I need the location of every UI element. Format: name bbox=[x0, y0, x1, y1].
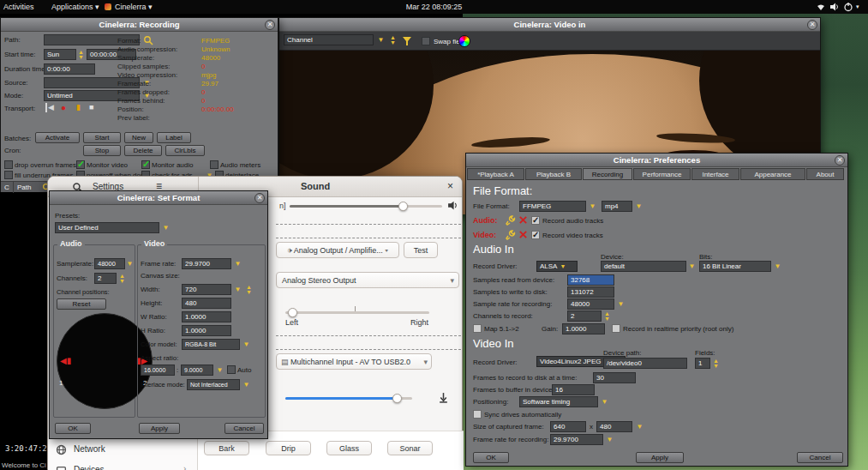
reset-button[interactable]: Reset bbox=[57, 298, 106, 310]
fps-record-input[interactable]: 29.9700 bbox=[550, 434, 603, 445]
transport-record-icon[interactable]: ● bbox=[61, 103, 66, 112]
tab-recording[interactable]: Recording bbox=[583, 168, 632, 180]
path-search-icon[interactable] bbox=[143, 35, 153, 45]
size-width-input[interactable]: 640 bbox=[550, 421, 586, 432]
presets-combo[interactable]: User Defined bbox=[55, 222, 159, 233]
new-button[interactable]: New bbox=[124, 132, 153, 143]
channels-stepper-icon[interactable]: ▲▼ bbox=[118, 274, 126, 284]
sidebar-item-devices[interactable]: Devices › bbox=[48, 461, 198, 470]
apply-button[interactable]: Apply bbox=[636, 452, 684, 463]
height-input[interactable]: 480 bbox=[182, 298, 231, 309]
applications-menu[interactable]: Applications ▾ bbox=[51, 0, 99, 14]
start-button[interactable]: Start bbox=[83, 132, 121, 143]
framerate-input[interactable]: 29.9700 bbox=[182, 258, 231, 269]
monitor-video-checkbox[interactable] bbox=[76, 160, 85, 169]
output-profile-dropdown[interactable]: Analog Stereo Output ▾ bbox=[276, 272, 459, 288]
fields-input[interactable]: 1 bbox=[695, 358, 710, 369]
colormodel-input[interactable]: RGBA-8 Bit bbox=[182, 339, 240, 350]
aspect-down-arrow-icon[interactable]: ▼ bbox=[215, 365, 224, 376]
aspect-h-input[interactable]: 9.0000 bbox=[181, 365, 213, 376]
clrlbls-button[interactable]: ClrLbls bbox=[165, 145, 205, 156]
preferences-close-icon[interactable]: ✕ bbox=[835, 155, 845, 166]
cancel-button[interactable]: Cancel bbox=[224, 423, 264, 434]
samplerate-down-arrow-icon[interactable]: ▼ bbox=[125, 258, 135, 269]
color-wheel-icon[interactable] bbox=[458, 35, 470, 47]
alert-sound-drip-button[interactable]: Drip bbox=[266, 441, 311, 455]
interlace-input[interactable]: Not Interlaced bbox=[187, 379, 240, 390]
tab-appearance[interactable]: Appearance bbox=[740, 168, 805, 180]
column-path[interactable]: Path bbox=[17, 184, 31, 191]
audio-driver-combo[interactable]: ALSA▼ bbox=[536, 261, 578, 272]
audio-wrench-icon[interactable] bbox=[506, 215, 516, 226]
channel-combo[interactable]: Channel bbox=[284, 34, 374, 45]
colormodel-down-arrow-icon[interactable]: ▼ bbox=[242, 339, 251, 350]
width-input[interactable]: 720 bbox=[182, 284, 231, 295]
ok-button[interactable]: OK bbox=[55, 423, 91, 434]
file-format-input[interactable]: FFMPEG bbox=[519, 201, 586, 212]
frames-buffer-input[interactable]: 16 bbox=[552, 384, 595, 395]
monitor-audio-checkbox[interactable] bbox=[141, 160, 150, 169]
channel-1-speaker-icon[interactable]: ◀▮ bbox=[60, 357, 71, 365]
container-input[interactable]: mp4 bbox=[602, 201, 632, 212]
bits-input[interactable]: 16 Bit Linear bbox=[699, 261, 771, 272]
input-device-dropdown[interactable]: ▤ Multichannel Input - AV TO USB2.0 ▾ bbox=[276, 353, 432, 370]
test-speakers-button[interactable]: Test bbox=[404, 242, 438, 258]
samplerate-record-input[interactable]: 48000 bbox=[567, 298, 614, 310]
fields-stepper-icon[interactable]: ▲▼ bbox=[712, 359, 720, 369]
preferences-titlebar[interactable]: Cinelerra: Preferences bbox=[466, 154, 847, 167]
channels-input[interactable]: 2 bbox=[94, 273, 117, 284]
record-audio-checkbox[interactable] bbox=[531, 216, 540, 225]
hratio-input[interactable]: 1.0000 bbox=[182, 325, 231, 336]
framerate-down-arrow-icon[interactable]: ▼ bbox=[233, 258, 242, 269]
device-down-arrow-icon[interactable]: ▼ bbox=[687, 261, 697, 272]
positioning-input[interactable]: Software timing bbox=[519, 396, 598, 407]
ok-button[interactable]: OK bbox=[473, 452, 509, 463]
recording-close-icon[interactable]: ✕ bbox=[265, 20, 275, 30]
activities-button[interactable]: Activities bbox=[3, 0, 34, 14]
video-in-titlebar[interactable]: Cinelerra: Video in bbox=[279, 18, 820, 32]
aspect-w-input[interactable]: 16.0000 bbox=[141, 365, 175, 376]
tab-playback-b[interactable]: Playback B bbox=[525, 168, 582, 180]
video-remove-icon[interactable] bbox=[518, 230, 528, 239]
transport-stop-icon[interactable]: ■ bbox=[89, 103, 93, 112]
network-status-icon[interactable] bbox=[816, 2, 826, 12]
activate-button[interactable]: Activate bbox=[35, 132, 80, 143]
tab-about[interactable]: About bbox=[806, 168, 844, 180]
realtime-checkbox[interactable] bbox=[612, 324, 620, 333]
container-down-arrow-icon[interactable]: ▼ bbox=[634, 201, 644, 212]
volume-status-icon[interactable] bbox=[829, 2, 840, 12]
frames-disk-input[interactable]: 30 bbox=[593, 372, 636, 383]
sidebar-item-network[interactable]: Network bbox=[48, 441, 198, 460]
video-in-close-icon[interactable]: ✕ bbox=[807, 20, 817, 30]
samplerate-input[interactable]: 48000 bbox=[94, 258, 125, 269]
cancel-button[interactable]: Cancel bbox=[797, 452, 843, 463]
output-device-dropdown[interactable]: 🕩 Analog Output / Amplifie... ▾ bbox=[276, 242, 399, 258]
clock[interactable]: Mar 22 08:09:25 bbox=[406, 0, 463, 14]
presets-down-arrow-icon[interactable]: ▼ bbox=[161, 222, 171, 233]
alert-sound-glass-button[interactable]: Glass bbox=[326, 441, 372, 455]
positioning-down-arrow-icon[interactable]: ▼ bbox=[600, 396, 609, 407]
bits-down-arrow-icon[interactable]: ▼ bbox=[773, 261, 782, 272]
channel-stepper-icon[interactable]: ▲▼ bbox=[389, 35, 397, 45]
filter-funnel-icon[interactable] bbox=[402, 36, 412, 46]
record-video-checkbox[interactable] bbox=[531, 231, 540, 239]
video-wrench-icon[interactable] bbox=[506, 230, 516, 240]
balance-track[interactable] bbox=[285, 311, 429, 314]
balance-knob[interactable] bbox=[288, 308, 297, 317]
swap-fields-checkbox[interactable] bbox=[422, 37, 430, 45]
power-status-icon[interactable] bbox=[843, 2, 853, 12]
size-down-arrow-icon[interactable]: ▼ bbox=[635, 421, 644, 432]
cinelerra-app-menu[interactable]: Cinelerra ▾ bbox=[115, 0, 153, 14]
tab-performance[interactable]: Performance bbox=[633, 168, 691, 180]
alert-sound-bark-button[interactable]: Bark bbox=[204, 441, 249, 455]
sync-drives-checkbox[interactable] bbox=[473, 410, 482, 419]
aspect-auto-checkbox[interactable] bbox=[227, 365, 236, 374]
width-swap-icon[interactable]: ▲▼ bbox=[245, 285, 253, 295]
settings-close-icon[interactable]: × bbox=[447, 180, 453, 192]
set-format-titlebar[interactable]: Cinelerra: Set Format bbox=[50, 191, 267, 205]
transport-pause-icon[interactable]: ▮ bbox=[76, 103, 81, 112]
samples-write-input[interactable]: 131072 bbox=[567, 286, 614, 298]
gain-input[interactable]: 1.0000 bbox=[562, 323, 605, 334]
map51-checkbox[interactable] bbox=[473, 324, 482, 333]
device-input[interactable]: default bbox=[601, 261, 686, 272]
